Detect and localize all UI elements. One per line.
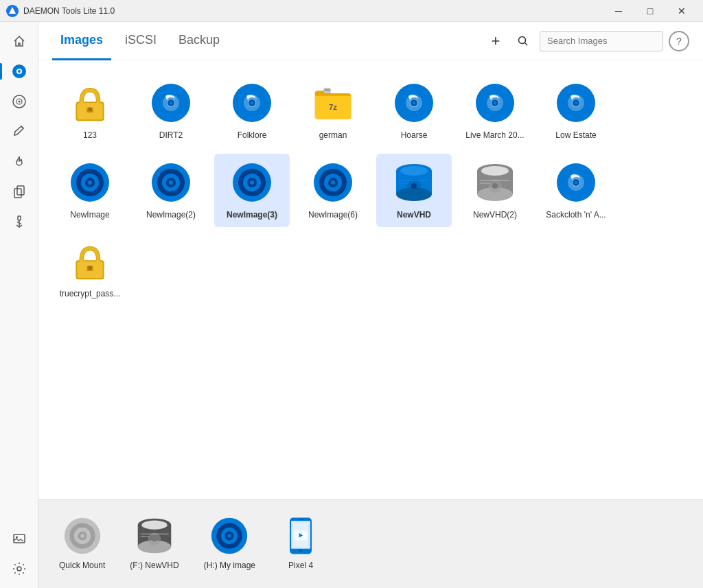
tray-label-newvhd-drive: (F:) NewVHD	[130, 561, 178, 572]
svg-point-110	[152, 537, 157, 541]
window-controls: ─ □ ✕	[603, 0, 698, 22]
sidebar-item-settings[interactable]	[5, 555, 33, 583]
search-input[interactable]	[540, 31, 663, 51]
tray-icon-pixel4	[281, 517, 320, 555]
tray-item-pixel4[interactable]: Pixel 4	[273, 511, 328, 577]
svg-rect-36	[325, 89, 330, 91]
disc-icon	[12, 64, 27, 79]
svg-point-76	[400, 166, 428, 176]
image-icon-newimage2	[149, 161, 193, 204]
search-icon	[518, 36, 529, 47]
image-label-123: 123	[83, 130, 97, 141]
image-item-newimage[interactable]: NewImage	[52, 154, 128, 228]
image-label-sackcloth: Sackcloth 'n' A...	[546, 210, 606, 221]
image-label-newimage3: NewImage(3)	[227, 210, 277, 221]
image-item-dirt2[interactable]: DIRT2	[133, 74, 209, 148]
image-item-german[interactable]: 7z german	[295, 74, 371, 148]
sidebar-item-images[interactable]	[5, 58, 33, 85]
svg-point-16	[17, 567, 21, 571]
image-icon-newvhd2	[473, 161, 517, 204]
image-icon-live-march	[473, 81, 517, 125]
image-label-hoarse: Hoarse	[401, 130, 428, 141]
image-label-truecrypt: truecrypt_pass...	[60, 289, 121, 300]
svg-point-104	[80, 534, 84, 538]
image-label-newimage2: NewImage(2)	[146, 210, 196, 221]
add-image-button[interactable]: +	[485, 30, 507, 52]
image-label-low-estate: Low Estate	[555, 130, 596, 141]
image-label-newvhd: NewVHD	[397, 210, 431, 221]
images-grid: 123 DIRT2 Folklore 7z german Hoarse Live…	[38, 60, 703, 499]
svg-rect-10	[18, 216, 21, 220]
image-item-folklore[interactable]: Folklore	[214, 74, 290, 148]
disc-outline-icon	[12, 94, 27, 109]
maximize-button[interactable]: □	[634, 0, 666, 22]
svg-point-121	[299, 549, 303, 552]
tray-item-quick-mount[interactable]: Quick Mount	[52, 511, 112, 577]
image-icon-newvhd	[392, 161, 436, 204]
minimize-button[interactable]: ─	[603, 0, 634, 22]
image-item-newimage3[interactable]: NewImage(3)	[214, 154, 290, 228]
sidebar-item-burn[interactable]	[5, 148, 33, 176]
image-item-low-estate[interactable]: Low Estate	[538, 74, 614, 148]
svg-point-4	[18, 70, 21, 73]
app-title: DAEMON Tools Lite 11.0	[23, 6, 603, 16]
image-label-dirt2: DIRT2	[159, 130, 183, 141]
help-button[interactable]: ?	[669, 31, 689, 51]
tray-label-quick-mount: Quick Mount	[59, 561, 105, 572]
pencil-icon	[12, 125, 26, 139]
tab-iscsi[interactable]: iSCSI	[117, 22, 165, 60]
search-toggle-button[interactable]	[512, 30, 534, 52]
svg-point-72	[331, 180, 335, 185]
sidebar-item-usb[interactable]	[5, 209, 33, 236]
image-item-newvhd[interactable]: NewVHD	[376, 154, 452, 228]
tray-icon-quick-mount	[63, 517, 102, 555]
image-item-live-march[interactable]: Live March 20...	[457, 74, 533, 148]
content-area: Images iSCSI Backup + ? 123	[38, 22, 703, 588]
tray-label-myimage-drive: (H:) My image	[204, 561, 255, 572]
sidebar-item-virtual-drives[interactable]	[5, 88, 33, 115]
svg-rect-97	[96, 260, 100, 264]
svg-rect-21	[80, 102, 84, 106]
svg-point-78	[411, 183, 417, 189]
image-icon-folklore	[230, 81, 274, 125]
image-item-hoarse[interactable]: Hoarse	[376, 74, 452, 148]
image-item-123[interactable]: 123	[52, 74, 128, 148]
image-label-german: german	[319, 130, 347, 141]
image-item-sackcloth[interactable]: Sackcloth 'n' A...	[538, 154, 614, 228]
svg-point-17	[519, 36, 526, 43]
sidebar-item-copy[interactable]	[5, 178, 33, 206]
svg-rect-22	[96, 102, 100, 106]
svg-point-34	[251, 102, 254, 105]
sidebar-item-screenshots[interactable]	[5, 525, 33, 552]
tray-item-myimage-drive[interactable]: (H:) My image	[197, 511, 262, 577]
main-layout: Images iSCSI Backup + ? 123	[0, 22, 703, 588]
tab-images[interactable]: Images	[52, 22, 111, 60]
image-icon-123	[68, 81, 112, 125]
svg-point-108	[141, 520, 167, 529]
image-icon-newimage6	[311, 161, 355, 204]
svg-rect-122	[297, 519, 304, 520]
image-item-truecrypt[interactable]: truecrypt_pass...	[52, 233, 128, 307]
svg-point-117	[228, 534, 232, 538]
sidebar-item-home[interactable]	[5, 27, 33, 55]
tray-item-newvhd-drive[interactable]: (F:) NewVHD	[123, 511, 185, 577]
image-item-newimage2[interactable]: NewImage(2)	[133, 154, 209, 228]
image-label-newvhd2: NewVHD(2)	[473, 210, 517, 221]
svg-point-93	[575, 180, 578, 184]
svg-line-18	[525, 43, 528, 45]
app-icon	[5, 4, 19, 18]
home-icon	[12, 34, 26, 48]
svg-point-52	[575, 102, 578, 105]
svg-point-57	[88, 180, 92, 185]
svg-text:7z: 7z	[329, 103, 337, 111]
svg-rect-96	[80, 260, 84, 264]
svg-point-47	[494, 102, 497, 105]
copy-icon	[12, 185, 26, 199]
bottom-tray: Quick Mount (F:) NewVHD (H:) My image Pi…	[38, 499, 703, 588]
close-button[interactable]: ✕	[666, 0, 698, 22]
image-item-newvhd2[interactable]: NewVHD(2)	[457, 154, 533, 228]
image-icon-low-estate	[554, 81, 598, 125]
tab-backup[interactable]: Backup	[170, 22, 228, 60]
image-item-newimage6[interactable]: NewImage(6)	[295, 154, 371, 228]
sidebar-item-edit[interactable]	[5, 118, 33, 145]
